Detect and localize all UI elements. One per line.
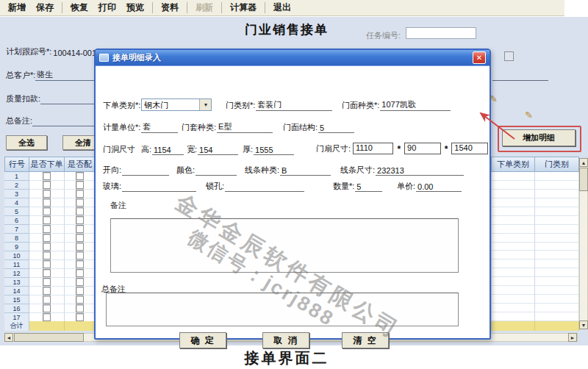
row-checkbox[interactable] xyxy=(76,295,84,304)
row-checkbox[interactable] xyxy=(43,225,51,233)
row-checkbox[interactable] xyxy=(43,278,51,286)
row-checkbox[interactable] xyxy=(43,260,51,268)
row-checkbox[interactable] xyxy=(76,243,84,251)
row-checkbox[interactable] xyxy=(76,225,84,233)
row-checkbox[interactable] xyxy=(76,278,84,286)
column-header-ordered[interactable]: 是否下单 xyxy=(29,157,65,172)
customer-value[interactable]: 骆生 xyxy=(35,69,96,81)
task-number-input[interactable] xyxy=(406,27,476,39)
leaf-height-input[interactable]: 90 xyxy=(404,143,441,154)
row-checkbox[interactable] xyxy=(76,260,84,268)
toolbar-separator xyxy=(221,2,222,13)
row-checkbox[interactable] xyxy=(43,243,51,251)
toolbar-button[interactable]: 计算器 xyxy=(225,0,262,15)
total-remark-textarea[interactable] xyxy=(106,293,459,326)
row-checkbox[interactable] xyxy=(43,207,51,215)
leaf-width-input[interactable]: 1110 xyxy=(353,143,393,154)
table-row xyxy=(481,243,579,251)
clear-button[interactable]: 清 空 xyxy=(342,332,389,348)
row-checkbox[interactable] xyxy=(76,287,84,295)
column-header-door-category[interactable]: 门类别 xyxy=(535,157,579,172)
row-checkbox[interactable] xyxy=(43,313,51,321)
row-checkbox[interactable] xyxy=(43,251,51,259)
row-checkbox[interactable] xyxy=(43,304,51,312)
table-row xyxy=(481,259,579,268)
vertical-scrollbar-thumb[interactable] xyxy=(579,168,588,191)
face-type-value[interactable]: 1077凯歌 xyxy=(380,99,451,111)
toolbar-button[interactable]: 保存 xyxy=(31,0,59,15)
row-checkbox[interactable] xyxy=(76,234,84,242)
toolbar-button[interactable]: 打印 xyxy=(93,0,121,15)
horizontal-scrollbar-thumb[interactable] xyxy=(14,333,84,342)
scroll-up-button[interactable]: ▲ xyxy=(579,158,588,167)
column-header-row-number[interactable]: 行号 xyxy=(4,157,29,172)
color-value[interactable] xyxy=(196,175,237,176)
remark-textarea[interactable] xyxy=(110,218,459,273)
order-detail-dialog: 接单明细录入 ✕ 下单类别*: 钢木门 ▼ 门类别*: 套装门 门面种类* xyxy=(94,49,491,340)
line-size-value[interactable]: 232313 xyxy=(376,166,464,176)
toolbar-button[interactable]: 新增 xyxy=(3,0,31,15)
row-checkbox[interactable] xyxy=(43,295,51,304)
ok-button[interactable]: 确 定 xyxy=(179,332,226,348)
plan-tracking-value[interactable]: 100414-001 xyxy=(51,49,98,57)
row-checkbox[interactable] xyxy=(76,304,84,312)
leaf-thickness-input[interactable]: 1540 xyxy=(451,143,488,154)
scroll-left-button[interactable]: ◄ xyxy=(4,333,13,342)
order-type-dropdown[interactable]: 钢木门 ▼ xyxy=(141,98,212,111)
row-checkbox[interactable] xyxy=(43,234,51,242)
row-checkbox[interactable] xyxy=(76,269,84,277)
row-checkbox[interactable] xyxy=(43,269,51,277)
scroll-right-button[interactable]: ► xyxy=(568,333,577,342)
door-category-value[interactable]: 套装门 xyxy=(256,99,332,111)
screenshot-caption: 接单界面二 xyxy=(0,348,573,368)
glass-value[interactable] xyxy=(122,191,196,192)
dialog-titlebar[interactable]: 接单明细录入 ✕ xyxy=(96,50,490,65)
row-checkbox[interactable] xyxy=(76,198,84,207)
quantity-value[interactable]: 5 xyxy=(355,182,382,192)
row-checkbox[interactable] xyxy=(76,216,84,224)
add-detail-button[interactable]: 增加明细 xyxy=(502,129,576,146)
dropdown-arrow-icon[interactable]: ▼ xyxy=(199,99,211,110)
toolbar-button[interactable]: 资料 xyxy=(156,0,184,15)
toolbar-button[interactable]: 退出 xyxy=(268,0,296,15)
row-checkbox[interactable] xyxy=(76,313,84,321)
select-all-button[interactable]: 全选 xyxy=(6,135,47,150)
right-field-underline[interactable] xyxy=(492,80,548,81)
row-checkbox[interactable] xyxy=(43,181,51,189)
hole-thickness-value[interactable]: 1555 xyxy=(254,146,294,155)
row-checkbox[interactable] xyxy=(43,172,51,180)
lock-hole-value[interactable] xyxy=(225,191,304,192)
row-checkbox[interactable] xyxy=(43,287,51,295)
general-remark-value[interactable] xyxy=(32,126,96,126)
edit-pencil-icon[interactable]: ✎ xyxy=(525,110,533,121)
quality-deduction-value[interactable] xyxy=(40,104,96,104)
unit-price-value[interactable]: 0.00 xyxy=(416,182,462,192)
frame-type-value[interactable]: E型 xyxy=(217,121,273,133)
row-checkbox[interactable] xyxy=(43,216,51,224)
row-checkbox[interactable] xyxy=(76,190,84,198)
unit-value[interactable]: 套 xyxy=(141,121,178,133)
header-checkbox[interactable] xyxy=(504,51,514,61)
row-checkbox[interactable] xyxy=(76,181,84,189)
hole-height-value[interactable]: 1154 xyxy=(152,146,184,155)
toolbar-button[interactable]: 恢复 xyxy=(65,0,93,15)
line-type-value[interactable]: B xyxy=(280,166,331,176)
column-header-delivered[interactable]: 是否配 xyxy=(65,157,96,172)
cancel-button[interactable]: 取 消 xyxy=(262,332,309,348)
table-cell xyxy=(492,286,535,295)
row-checkbox[interactable] xyxy=(76,251,84,259)
dialog-close-button[interactable]: ✕ xyxy=(473,51,486,64)
open-direction-value[interactable] xyxy=(122,175,169,176)
row-checkbox[interactable] xyxy=(43,198,51,207)
total-label: 合计 xyxy=(4,321,29,331)
checkbox-cell xyxy=(29,304,65,313)
row-checkbox[interactable] xyxy=(76,172,84,180)
column-header-order-category[interactable]: 下单类别 xyxy=(492,157,535,172)
hole-thickness-label: 厚: xyxy=(243,144,254,155)
row-checkbox[interactable] xyxy=(43,190,51,198)
scroll-down-button[interactable]: ▼ xyxy=(579,320,588,329)
row-checkbox[interactable] xyxy=(76,207,84,215)
face-structure-value[interactable]: 5 xyxy=(318,123,354,133)
toolbar-button[interactable]: 预览 xyxy=(121,0,149,15)
hole-width-value[interactable]: 154 xyxy=(198,146,238,155)
